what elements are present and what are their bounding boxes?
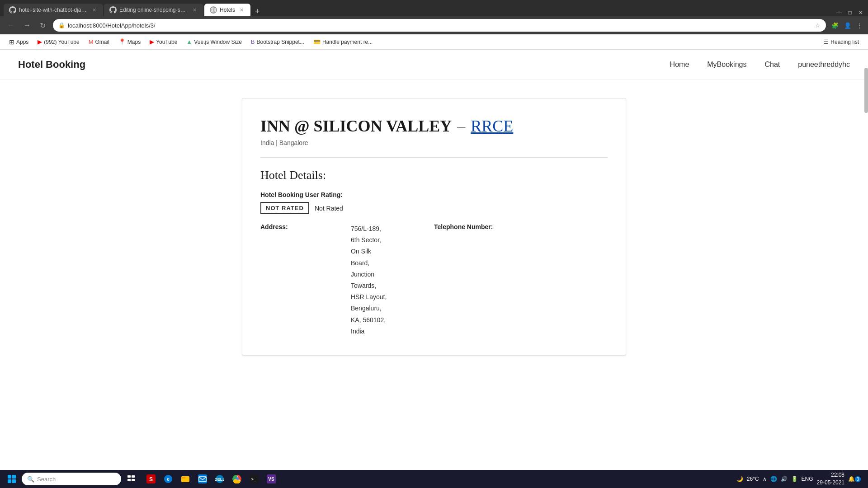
temperature: 26°C — [747, 476, 759, 482]
payment-icon: 💳 — [313, 38, 321, 45]
address-telephone-row: Address: 756/L-189, 6th Sector, On Silk … — [260, 223, 608, 337]
bookmark-bootstrap[interactable]: B Bootstrap Snippet... — [247, 38, 308, 46]
tab-2-close[interactable]: ✕ — [191, 6, 198, 14]
svg-text:VS: VS — [268, 477, 274, 482]
browser-tab-2[interactable]: Editing online-shopping-system- ✕ — [104, 4, 203, 16]
address-line-6: Towards, — [351, 280, 387, 291]
nav-user[interactable]: puneethreddyhc — [798, 61, 850, 69]
address-line-9: KA, 560102, — [351, 314, 387, 326]
svg-text:DELL: DELL — [215, 477, 224, 482]
refresh-button[interactable]: ↻ — [38, 19, 47, 32]
reading-list-button[interactable]: ☰ Reading list — [820, 38, 863, 46]
nav-home[interactable]: Home — [670, 61, 689, 69]
gmail-icon: M — [89, 38, 94, 45]
nav-mybookings[interactable]: MyBookings — [707, 61, 746, 69]
address-line-8: Bengaluru, — [351, 303, 387, 314]
bootstrap-icon: B — [251, 38, 255, 45]
globe-icon — [210, 6, 217, 14]
tabs-row: hotel-site-with-chatbot-django- ✕ Editin… — [0, 0, 868, 16]
taskbar-terminal-icon[interactable]: >_ — [246, 471, 262, 487]
tab-3-title: Hotels — [220, 7, 235, 13]
extensions-icon[interactable]: 🧩 — [831, 22, 839, 29]
menu-icon[interactable]: ⋮ — [857, 22, 863, 29]
clock-time: 22:08 — [817, 471, 844, 479]
tab-1-title: hotel-site-with-chatbot-django- — [19, 7, 88, 13]
search-glass-icon: 🔍 — [27, 476, 34, 483]
rating-section: Hotel Booking User Rating: NOT RATED Not… — [260, 191, 608, 214]
gmail-label: Gmail — [95, 39, 109, 45]
bookmark-maps[interactable]: 📍 Maps — [115, 38, 144, 46]
svg-rect-9 — [132, 475, 135, 478]
network-icon: 🌐 — [770, 476, 777, 482]
tab-3-close[interactable]: ✕ — [238, 6, 245, 14]
taskbar-mail-icon[interactable] — [194, 471, 211, 487]
address-bar[interactable]: 🔒 localhost:8000/HotelApp/hotels/3/ ☆ — [53, 19, 826, 32]
task-view-button[interactable] — [123, 471, 139, 487]
system-tray: 🌙 26°C ∧ 🌐 🔊 🔋 ENG 22:08 29-05-2021 🔔 3 — [736, 471, 864, 487]
bookmarks-bar: ⊞ Apps ▶ (992) YouTube M Gmail 📍 Maps ▶ … — [0, 34, 868, 50]
bookmark-vuejs[interactable]: ▲ Vue.js Window Size — [183, 38, 245, 46]
volume-icon[interactable]: 🔊 — [781, 476, 788, 482]
hotel-code[interactable]: RRCE — [471, 117, 513, 136]
expand-icon[interactable]: ∧ — [763, 476, 767, 482]
bookmark-youtube-notif[interactable]: ▶ (992) YouTube — [34, 38, 83, 46]
maps-label: Maps — [127, 39, 141, 45]
tab-2-title: Editing online-shopping-system- — [119, 7, 188, 13]
bookmark-gmail[interactable]: M Gmail — [85, 38, 113, 46]
svg-text:S: S — [149, 476, 153, 483]
apps-grid-icon: ⊞ — [9, 38, 14, 46]
notification-button[interactable]: 🔔 3 — [848, 473, 861, 485]
forward-button[interactable]: → — [22, 19, 33, 31]
bookmark-apps[interactable]: ⊞ Apps — [5, 38, 32, 47]
svg-rect-5 — [12, 475, 16, 479]
taskbar-dell-icon[interactable]: DELL — [212, 471, 228, 487]
taskbar-chrome-icon[interactable] — [229, 471, 245, 487]
nav-chat[interactable]: Chat — [764, 61, 780, 69]
hotel-dash: – — [457, 117, 465, 136]
svg-rect-16 — [181, 476, 189, 482]
youtube-label: YouTube — [156, 39, 177, 45]
star-icon[interactable]: ☆ — [815, 22, 821, 29]
bookmark-payment[interactable]: 💳 Handle payment re... — [310, 38, 376, 46]
browser-tab-3[interactable]: Hotels ✕ — [204, 4, 250, 16]
github-icon-2 — [109, 6, 117, 14]
minimize-button[interactable]: — — [835, 9, 843, 16]
taskbar-vs-icon[interactable]: VS — [263, 471, 279, 487]
taskbar-explorer-icon[interactable] — [177, 471, 193, 487]
telephone-label: Telephone Number: — [434, 223, 608, 230]
start-button[interactable] — [4, 471, 20, 487]
maximize-button[interactable]: □ — [846, 9, 854, 16]
close-button[interactable]: ✕ — [857, 9, 864, 16]
taskbar-defender-icon[interactable]: S — [143, 471, 159, 487]
back-button[interactable]: ← — [5, 19, 16, 31]
svg-rect-17 — [181, 477, 185, 479]
address-line-10: India — [351, 326, 387, 337]
svg-rect-6 — [8, 479, 11, 483]
address-line-5: Junction — [351, 269, 387, 280]
new-tab-button[interactable]: + — [251, 7, 264, 16]
battery-icon: 🔋 — [791, 476, 798, 482]
address-line-3: On Silk — [351, 246, 387, 257]
not-rated-text: Not Rated — [315, 205, 343, 212]
search-label: Search — [37, 476, 56, 483]
tab-1-close[interactable]: ✕ — [90, 6, 98, 14]
address-line-1: 756/L-189, — [351, 223, 387, 235]
rating-row: NOT RATED Not Rated — [260, 202, 608, 214]
taskbar: 🔍 Search S e DELL — [0, 470, 868, 488]
taskbar-search-bar[interactable]: 🔍 Search — [22, 473, 121, 485]
taskbar-edge-icon[interactable]: e — [160, 471, 176, 487]
hotel-divider — [260, 157, 608, 158]
bootstrap-label: Bootstrap Snippet... — [257, 39, 304, 45]
hotel-card: INN @ SILICON VALLEY – RRCE India | Bang… — [242, 98, 626, 356]
scrollbar-thumb[interactable] — [864, 68, 868, 113]
hotel-location: India | Bangalore — [260, 139, 608, 146]
youtube-icon-1: ▶ — [38, 38, 42, 45]
browser-tab-1[interactable]: hotel-site-with-chatbot-django- ✕ — [4, 4, 103, 16]
bookmark-youtube[interactable]: ▶ YouTube — [146, 38, 181, 46]
maps-icon: 📍 — [118, 38, 126, 45]
address-label: Address: — [260, 223, 351, 337]
youtube-icon-2: ▶ — [150, 38, 154, 45]
profile-icon[interactable]: 👤 — [844, 22, 851, 29]
youtube-notif-label: (992) YouTube — [44, 39, 79, 45]
reading-list-label: Reading list — [830, 39, 859, 45]
